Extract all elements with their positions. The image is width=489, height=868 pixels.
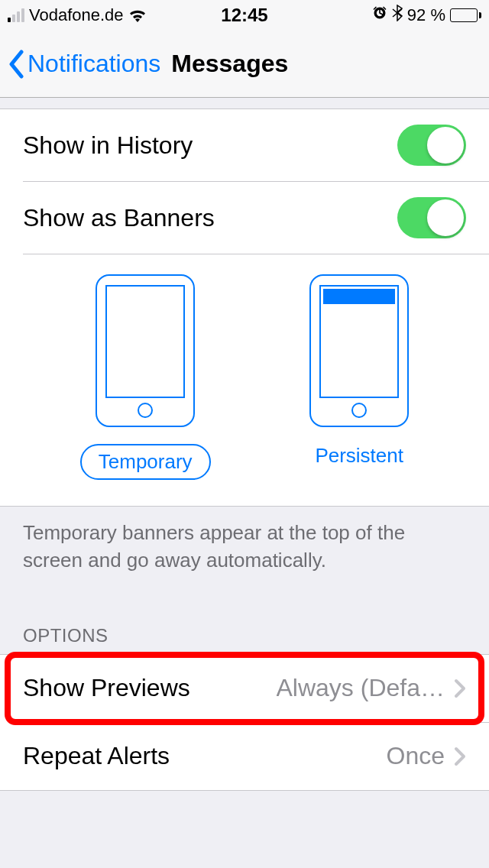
navigation-bar: Notifications Messages — [0, 31, 489, 98]
show-as-banners-toggle[interactable] — [397, 197, 466, 238]
options-header: OPTIONS — [0, 591, 489, 654]
back-button[interactable]: Notifications — [8, 50, 160, 79]
back-label: Notifications — [28, 50, 160, 78]
carrier-label: Vodafone.de — [29, 5, 124, 25]
battery-percentage: 92 % — [407, 5, 445, 25]
show-as-banners-label: Show as Banners — [23, 204, 215, 232]
phone-icon-persistent — [309, 274, 409, 427]
banner-style-persistent-label: Persistent — [315, 444, 403, 468]
chevron-left-icon — [8, 50, 24, 79]
alerts-group: Show in History Show as Banners Temporar… — [0, 108, 489, 507]
banner-style-persistent[interactable]: Persistent — [309, 274, 409, 480]
show-as-banners-row: Show as Banners — [0, 182, 489, 254]
show-in-history-label: Show in History — [23, 131, 193, 160]
repeat-alerts-value: Once — [387, 742, 445, 770]
cellular-signal-icon — [8, 8, 24, 22]
show-previews-label: Show Previews — [23, 674, 190, 702]
show-in-history-row: Show in History — [0, 109, 489, 181]
page-title: Messages — [171, 50, 288, 78]
banner-style-temporary-label: Temporary — [80, 444, 211, 480]
show-previews-value: Always (Defa… — [277, 674, 445, 702]
phone-icon-temporary — [96, 274, 195, 427]
repeat-alerts-label: Repeat Alerts — [23, 742, 170, 770]
banner-style-picker: Temporary Persistent — [0, 254, 489, 506]
wifi-icon — [128, 8, 147, 22]
show-in-history-toggle[interactable] — [397, 125, 466, 166]
show-previews-row[interactable]: Show Previews Always (Defa… — [0, 655, 489, 722]
options-group: Show Previews Always (Defa… Repeat Alert… — [0, 654, 489, 791]
chevron-right-icon — [454, 679, 466, 698]
banner-style-temporary[interactable]: Temporary — [80, 274, 211, 480]
status-bar: Vodafone.de 12:45 92 % — [0, 0, 489, 31]
banner-footer-text: Temporary banners appear at the top of t… — [0, 507, 489, 591]
chevron-right-icon — [454, 747, 466, 766]
repeat-alerts-row[interactable]: Repeat Alerts Once — [0, 723, 489, 790]
battery-icon — [450, 8, 481, 22]
alarm-icon — [372, 5, 387, 25]
bluetooth-icon — [392, 5, 403, 26]
